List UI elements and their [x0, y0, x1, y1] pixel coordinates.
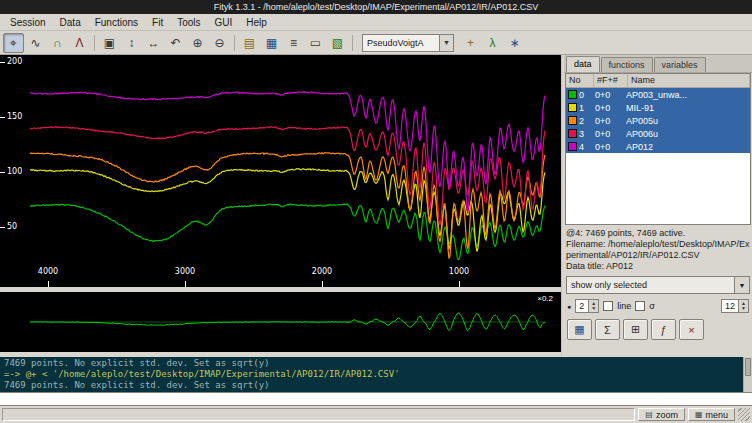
main-plot[interactable]: 200150100504000300020001000: [0, 55, 561, 287]
transform-button[interactable]: ƒ: [651, 319, 676, 340]
menu-item-gui[interactable]: GUI: [208, 15, 240, 30]
data-view-controls: ● 2 ▲▼ line σ 12 ▲▼: [567, 299, 749, 313]
baseline-mode-button[interactable]: ∩: [47, 33, 68, 53]
spinner-arrows-icon[interactable]: ▲▼: [588, 300, 598, 312]
y-tick: [0, 117, 5, 118]
fit-settings-button[interactable]: ∗: [504, 33, 525, 53]
x-tick: [185, 281, 186, 287]
y-tick: [0, 62, 5, 63]
zoom-all-button[interactable]: ▣: [99, 33, 120, 53]
info-line: @4: 7469 points, 7469 active.: [566, 228, 750, 239]
y-tick-label: 50: [7, 222, 17, 231]
zoom-history-icon: ▤: [645, 410, 653, 419]
zoom-horizontal-button[interactable]: ↔: [143, 33, 164, 53]
save-session-button[interactable]: ▦: [261, 33, 282, 53]
window-title: Fityk 1.3.1 - /home/aleplo/test/Desktop/…: [214, 2, 539, 12]
zoom-out-button[interactable]: ⊖: [209, 33, 230, 53]
log-button[interactable]: ▭: [305, 33, 326, 53]
tab-variables[interactable]: variables: [654, 57, 706, 72]
dataset-rows: 00+0AP003_unwa...10+0MIL-9120+0AP005u30+…: [566, 88, 750, 153]
point-size-spinner[interactable]: 2 ▲▼: [575, 299, 599, 313]
previous-zoom-button[interactable]: ↶: [165, 33, 186, 53]
command-input[interactable]: [0, 393, 752, 405]
zoom-vertical-button[interactable]: ↕: [121, 33, 142, 53]
menu-item-help[interactable]: Help: [239, 15, 274, 30]
statusbar: ▤ zoom ▦ menu: [0, 406, 752, 423]
peak-type-select[interactable]: PseudoVoigtA▼: [362, 34, 454, 52]
menu-item-data[interactable]: Data: [53, 15, 88, 30]
x-tick-label: 2000: [310, 267, 334, 276]
console-line: =-> @+ < '/home/aleplo/test/Desktop/IMAP…: [4, 369, 748, 380]
menu-item-session[interactable]: Session: [3, 15, 53, 30]
menu-item-tools[interactable]: Tools: [170, 15, 207, 30]
x-tick: [48, 281, 49, 287]
dataset-name: AP006u: [626, 129, 750, 139]
line-checkbox[interactable]: [603, 301, 613, 311]
dataset-number: 1: [579, 103, 592, 113]
y-tick-label: 100: [7, 167, 22, 176]
dataset-name: MIL-91: [626, 103, 750, 113]
export-image-button[interactable]: ▧: [327, 33, 348, 53]
show-filter-select[interactable]: show only selected ▼: [566, 276, 750, 294]
menu-button[interactable]: ▦ menu: [688, 408, 735, 421]
range-mode-button[interactable]: ∿: [25, 33, 46, 53]
dataset-color-swatch: [568, 90, 577, 99]
toolbar-separator: [94, 35, 95, 51]
auto-add-peak-button[interactable]: +: [460, 33, 481, 53]
execute-script-button[interactable]: ≡: [283, 33, 304, 53]
spinner-arrows-icon[interactable]: ▲▼: [738, 300, 748, 312]
toolbar-separator: [234, 35, 235, 51]
plot-area: 200150100504000300020001000 ×0.2: [0, 55, 561, 357]
dataset-func-count: 0+0: [592, 129, 626, 139]
run-fit-button[interactable]: λ: [482, 33, 503, 53]
dataset-row[interactable]: 00+0AP003_unwa...: [566, 88, 750, 101]
zoom-button[interactable]: ▤ zoom: [638, 408, 685, 421]
dataset-func-count: 0+0: [592, 142, 626, 152]
dataset-number: 3: [579, 129, 592, 139]
dataset-row[interactable]: 30+0AP006u: [566, 127, 750, 140]
x-tick-label: 4000: [36, 267, 60, 276]
dataset-number: 2: [579, 116, 592, 126]
titlebar: Fityk 1.3.1 - /home/aleplo/test/Desktop/…: [0, 0, 752, 14]
main-plot-canvas: [0, 55, 561, 287]
zoom-in-button[interactable]: ⊕: [187, 33, 208, 53]
menu-item-functions[interactable]: Functions: [88, 15, 145, 30]
menu-button-label: menu: [705, 410, 728, 420]
resize-grip-icon[interactable]: [738, 408, 750, 421]
sigma-checkbox[interactable]: [635, 301, 645, 311]
dataset-color-swatch: [568, 103, 577, 112]
dataset-row[interactable]: 10+0MIL-91: [566, 101, 750, 114]
console-scrollbar[interactable]: [743, 357, 752, 392]
y-tick-label: 150: [7, 112, 22, 121]
dataset-name: AP003_unwa...: [626, 90, 750, 100]
tab-data[interactable]: data: [566, 56, 600, 72]
dataset-list-header: No#F+#Name: [566, 74, 750, 88]
dataset-row[interactable]: 40+0AP012: [566, 140, 750, 153]
output-console[interactable]: 7469 points. No explicit std. dev. Set a…: [0, 357, 752, 392]
edit-data-button[interactable]: ▦: [567, 319, 592, 340]
x-tick-label: 1000: [447, 267, 471, 276]
secondary-spinner[interactable]: 12 ▲▼: [721, 299, 749, 313]
dataset-info: @4: 7469 points, 7469 active.Filename: /…: [566, 228, 750, 272]
dataset-func-count: 0+0: [592, 116, 626, 126]
copy-data-button[interactable]: ⊞: [623, 319, 648, 340]
toolbar: ⌖∿∩Λ▣↕↔↶⊕⊖▤▦≡▭▧PseudoVoigtA▼+λ∗: [0, 31, 752, 55]
delete-data-button[interactable]: ×: [679, 319, 704, 340]
sum-button[interactable]: Σ: [595, 319, 620, 340]
status-message-field: [2, 408, 635, 421]
add-peak-mode-button[interactable]: Λ: [69, 33, 90, 53]
dataset-actions: ▦Σ⊞ƒ×: [567, 319, 749, 340]
toolbar-separator: [352, 35, 353, 51]
peak-type-value: PseudoVoigtA: [367, 38, 424, 48]
menu-item-fit[interactable]: Fit: [145, 15, 170, 30]
console-scrollbar-thumb[interactable]: [745, 358, 751, 376]
tab-functions[interactable]: functions: [601, 57, 653, 72]
zoom-mode-button[interactable]: ⌖: [3, 33, 24, 53]
y-tick: [0, 172, 5, 173]
dataset-list[interactable]: No#F+#Name 00+0AP003_unwa...10+0MIL-9120…: [565, 73, 751, 225]
dataset-row[interactable]: 20+0AP005u: [566, 114, 750, 127]
column-header-no: No: [566, 74, 594, 87]
column-header-name: Name: [628, 74, 750, 87]
aux-plot[interactable]: ×0.2: [0, 292, 561, 352]
open-session-button[interactable]: ▤: [239, 33, 260, 53]
